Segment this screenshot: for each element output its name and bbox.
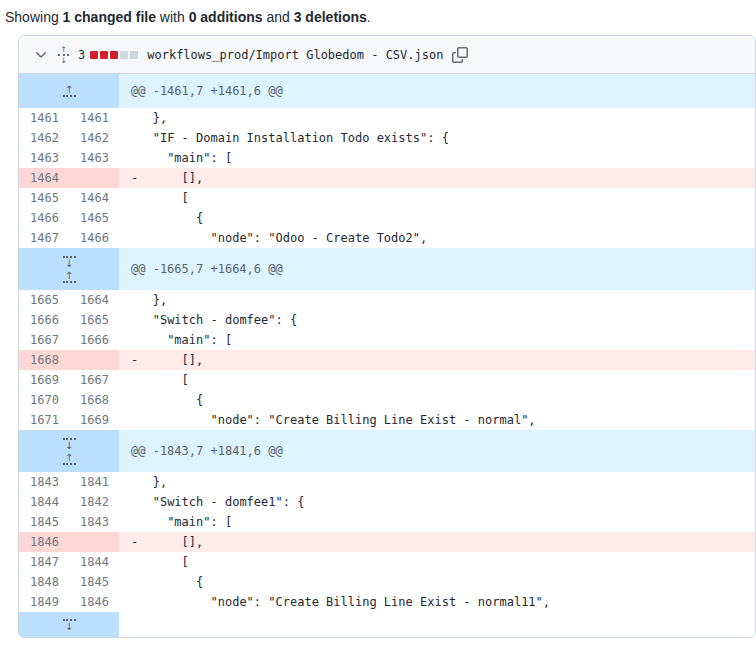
- line-number-old[interactable]: 1461: [19, 108, 69, 128]
- code-text: },: [138, 475, 167, 489]
- line-number-new[interactable]: 1843: [69, 512, 119, 532]
- expand-down-button[interactable]: [63, 255, 76, 268]
- hunk-header-row: @@ -1665,7 +1664,6 @@: [19, 248, 755, 290]
- line-number-new[interactable]: [69, 532, 119, 552]
- diffstat-count: 3: [78, 48, 85, 62]
- code-line: "Switch - domfee": {: [119, 310, 755, 330]
- code-line: "node": "Create Billing Line Exist - nor…: [119, 410, 755, 430]
- copy-path-button[interactable]: [452, 47, 468, 63]
- file-name-link[interactable]: workflows_prod/Import Globedom - CSV.jso…: [147, 48, 443, 62]
- code-line: "node": "Odoo - Create Todo2",: [119, 228, 755, 248]
- line-number-old[interactable]: 1668: [19, 350, 69, 370]
- code-text: {: [138, 575, 203, 589]
- code-line: },: [119, 290, 755, 310]
- hunk-expand-gutter: [19, 248, 119, 290]
- code-line: },: [119, 472, 755, 492]
- code-line: [: [119, 370, 755, 390]
- line-number-old[interactable]: 1465: [19, 188, 69, 208]
- expand-down-button[interactable]: [63, 618, 76, 631]
- line-number-new[interactable]: 1465: [69, 208, 119, 228]
- line-number-old[interactable]: 1666: [19, 310, 69, 330]
- line-number-new[interactable]: 1464: [69, 188, 119, 208]
- arrow-down-icon: [65, 622, 73, 631]
- dotted-line: [63, 95, 76, 97]
- line-number-old[interactable]: 1463: [19, 148, 69, 168]
- arrow-up-icon: [60, 46, 67, 53]
- code-line: {: [119, 572, 755, 592]
- line-number-old[interactable]: 1467: [19, 228, 69, 248]
- line-number-old[interactable]: 1848: [19, 572, 69, 592]
- summary-text: and: [263, 9, 294, 25]
- code-text: },: [138, 111, 167, 125]
- line-number-old[interactable]: 1846: [19, 532, 69, 552]
- line-number-new[interactable]: 1463: [69, 148, 119, 168]
- line-number-new[interactable]: [69, 168, 119, 188]
- code-line: - [],: [119, 350, 755, 370]
- expand-up-button[interactable]: [63, 85, 76, 98]
- line-number-new[interactable]: [69, 350, 119, 370]
- line-number-old[interactable]: 1670: [19, 390, 69, 410]
- line-number-old[interactable]: 1849: [19, 592, 69, 612]
- line-number-new[interactable]: 1845: [69, 572, 119, 592]
- line-number-new[interactable]: 1668: [69, 390, 119, 410]
- line-number-old[interactable]: 1466: [19, 208, 69, 228]
- code-line: - [],: [119, 532, 755, 552]
- collapse-file-button[interactable]: [33, 47, 49, 63]
- expand-up-button[interactable]: [63, 271, 76, 284]
- line-number-new[interactable]: 1841: [69, 472, 119, 492]
- line-number-old[interactable]: 1669: [19, 370, 69, 390]
- unfold-icon[interactable]: [58, 46, 69, 64]
- arrow-up-icon: [65, 271, 73, 280]
- line-number-new[interactable]: 1461: [69, 108, 119, 128]
- line-number-new[interactable]: 1842: [69, 492, 119, 512]
- line-number-old[interactable]: 1462: [19, 128, 69, 148]
- expand-up-button[interactable]: [63, 453, 76, 466]
- summary-text: Showing: [5, 9, 63, 25]
- summary-additions: 0 additions: [189, 9, 263, 25]
- code-line: {: [119, 390, 755, 410]
- code-text: "node": "Create Billing Line Exist - nor…: [138, 413, 535, 427]
- line-number-old[interactable]: 1843: [19, 472, 69, 492]
- diff-line: 14621462 "IF - Domain Installation Todo …: [19, 128, 755, 148]
- code-line: "main": [: [119, 512, 755, 532]
- line-number-new[interactable]: 1667: [69, 370, 119, 390]
- code-line: [: [119, 188, 755, 208]
- diff-line: 16651664 },: [19, 290, 755, 310]
- diff-line: 1464- [],: [19, 168, 755, 188]
- line-number-new[interactable]: 1666: [69, 330, 119, 350]
- line-number-old[interactable]: 1671: [19, 410, 69, 430]
- arrow-up-icon: [65, 453, 73, 462]
- line-number-old[interactable]: 1847: [19, 552, 69, 572]
- code-line: "Switch - domfee1": {: [119, 492, 755, 512]
- code-line: - [],: [119, 168, 755, 188]
- code-text: "main": [: [138, 515, 232, 529]
- line-number-new[interactable]: 1844: [69, 552, 119, 572]
- diff-line: 18471844 [: [19, 552, 755, 572]
- line-number-new[interactable]: 1846: [69, 592, 119, 612]
- code-text: "node": "Create Billing Line Exist - nor…: [138, 595, 550, 609]
- diff-line: 16711669 "node": "Create Billing Line Ex…: [19, 410, 755, 430]
- dotted-line: [63, 463, 76, 465]
- expand-down-button[interactable]: [63, 437, 76, 450]
- line-number-new[interactable]: 1669: [69, 410, 119, 430]
- diffstat: 3: [78, 48, 138, 62]
- code-line: },: [119, 108, 755, 128]
- line-number-new[interactable]: 1664: [69, 290, 119, 310]
- diff-line: 18431841 },: [19, 472, 755, 492]
- diff-line: 14631463 "main": [: [19, 148, 755, 168]
- line-number-old[interactable]: 1464: [19, 168, 69, 188]
- code-text: [: [138, 373, 189, 387]
- arrow-down-icon: [60, 57, 67, 64]
- line-number-old[interactable]: 1844: [19, 492, 69, 512]
- line-number-new[interactable]: 1466: [69, 228, 119, 248]
- line-number-old[interactable]: 1845: [19, 512, 69, 532]
- diff-footer-row: [19, 612, 755, 637]
- line-number-old[interactable]: 1667: [19, 330, 69, 350]
- code-text: "main": [: [138, 151, 232, 165]
- line-number-new[interactable]: 1665: [69, 310, 119, 330]
- code-text: "IF - Domain Installation Todo exists": …: [138, 131, 449, 145]
- code-line: "node": "Create Billing Line Exist - nor…: [119, 592, 755, 612]
- line-number-new[interactable]: 1462: [69, 128, 119, 148]
- hunk-expand-gutter: [19, 74, 119, 108]
- line-number-old[interactable]: 1665: [19, 290, 69, 310]
